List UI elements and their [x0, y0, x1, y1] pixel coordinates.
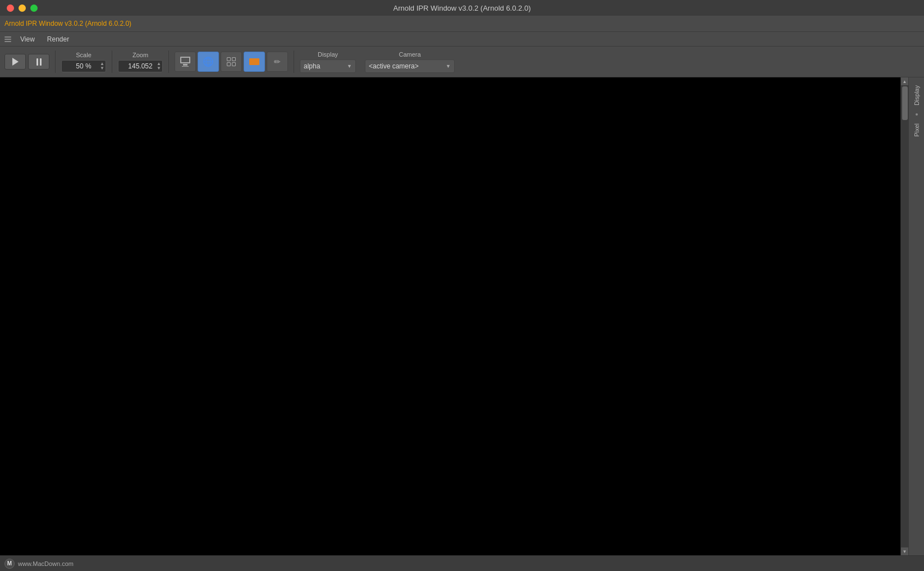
grip-line [4, 39, 11, 40]
toolbar-separator [294, 50, 294, 73]
status-url: www.MacDown.com [18, 560, 74, 567]
sidebar-tab-display[interactable]: Display [911, 80, 922, 111]
camera-col: Camera <active camera> ▼ [365, 51, 455, 73]
status-bar: M www.MacDown.com [0, 555, 924, 571]
camera-value: <active camera> [369, 62, 419, 70]
playback-controls [4, 54, 49, 70]
view-grid-button[interactable] [221, 52, 242, 72]
menu-item-view[interactable]: View [15, 34, 40, 44]
scale-group: Scale 50 % ▲ ▼ [61, 52, 106, 72]
render-canvas[interactable] [0, 77, 900, 555]
right-sidebar: Display Pixel [908, 77, 924, 555]
monitor-icon [180, 57, 190, 67]
pencil-icon: ✏ [274, 57, 281, 66]
scale-down-arrow[interactable]: ▼ [100, 66, 104, 71]
minimize-button[interactable] [19, 4, 26, 12]
camera-label: Camera [399, 51, 420, 58]
camera-dropdown-arrow: ▼ [446, 63, 451, 69]
view-flat-button[interactable] [175, 52, 196, 72]
display-select[interactable]: alpha ▼ [300, 59, 356, 73]
camera-select[interactable]: <active camera> ▼ [365, 59, 455, 73]
window-title: Arnold IPR Window v3.0.2 (Arnold 6.0.2.0… [394, 4, 531, 12]
orange-square-icon [249, 58, 259, 65]
close-button[interactable] [7, 4, 14, 12]
sidebar-dot [916, 113, 918, 116]
pause-icon [36, 58, 42, 66]
main-area: ▲ ▼ Display Pixel [0, 77, 924, 555]
app-title-bar: Arnold IPR Window v3.0.2 (Arnold 6.0.2.0… [0, 16, 924, 31]
vertical-scrollbar[interactable]: ▲ ▼ [900, 77, 908, 555]
toolbar-separator [168, 50, 169, 73]
menu-grip[interactable] [2, 34, 13, 44]
view-region-button[interactable] [244, 52, 265, 72]
display-label: Display [318, 51, 338, 58]
grid-icon [227, 57, 236, 66]
menu-bar: View Render [0, 31, 924, 46]
toolbar-separator [55, 50, 56, 73]
status-logo: M [4, 559, 15, 569]
scrollbar-down-arrow[interactable]: ▼ [901, 547, 909, 555]
scale-value: 50 % [76, 62, 91, 70]
zoom-value: 145.052 [128, 62, 152, 70]
toolbar-separator [112, 50, 112, 73]
scrollbar-track[interactable] [901, 85, 908, 547]
display-col: Display alpha ▼ [300, 51, 356, 73]
display-value: alpha [304, 62, 320, 70]
play-button[interactable] [4, 54, 26, 70]
scrollbar-up-arrow[interactable]: ▲ [901, 77, 909, 85]
scrollbar-thumb[interactable] [902, 86, 908, 120]
globe-icon [202, 56, 214, 68]
zoom-label: Zoom [132, 52, 148, 58]
grip-line [4, 41, 11, 42]
toolbar: Scale 50 % ▲ ▼ Zoom 145.052 ▲ ▼ [0, 46, 924, 77]
grip-line [4, 36, 11, 38]
zoom-spinbox[interactable]: 145.052 ▲ ▼ [118, 60, 163, 72]
scale-spinbox[interactable]: 50 % ▲ ▼ [61, 60, 106, 72]
play-icon [12, 58, 19, 66]
view-edit-button[interactable]: ✏ [267, 52, 288, 72]
display-camera-group: Display alpha ▼ Camera <active camera> ▼ [300, 51, 455, 73]
maximize-button[interactable] [30, 4, 38, 12]
window-controls[interactable] [7, 4, 38, 12]
pause-button[interactable] [28, 54, 49, 70]
view-mode-buttons: ✏ [175, 52, 288, 72]
zoom-down-arrow[interactable]: ▼ [157, 66, 161, 71]
menu-item-render[interactable]: Render [42, 34, 75, 44]
zoom-group: Zoom 145.052 ▲ ▼ [118, 52, 163, 72]
display-dropdown-arrow: ▼ [347, 63, 352, 69]
title-bar: Arnold IPR Window v3.0.2 (Arnold 6.0.2.0… [0, 0, 924, 16]
scale-label: Scale [76, 52, 92, 58]
sidebar-tab-pixel[interactable]: Pixel [911, 118, 922, 142]
app-title-text: Arnold IPR Window v3.0.2 (Arnold 6.0.2.0… [4, 20, 131, 27]
view-globe-button[interactable] [198, 52, 219, 72]
